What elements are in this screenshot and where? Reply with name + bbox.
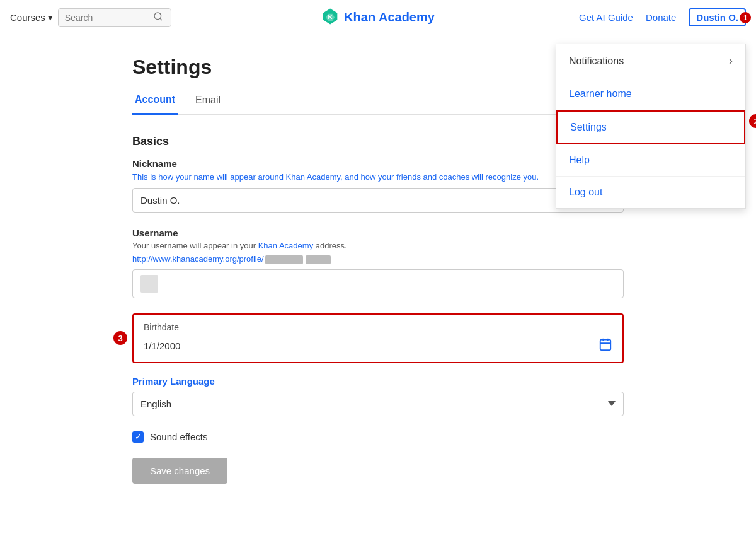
save-changes-button[interactable]: Save changes — [132, 458, 227, 484]
chevron-right-icon: › — [729, 54, 733, 67]
khan-academy-link[interactable]: Khan Academy — [258, 241, 313, 250]
nav-right: Get AI Guide Donate Dustin O. 1 Notifica… — [579, 8, 746, 26]
search-box — [58, 8, 171, 27]
sound-effects-label: Sound effects — [150, 431, 207, 442]
avatar — [140, 275, 158, 293]
username-label: Username — [132, 228, 624, 238]
annotation-badge-3: 3 — [113, 331, 127, 345]
birthdate-field — [144, 337, 612, 354]
user-menu-wrapper: Dustin O. 1 Notifications › Learner home… — [689, 8, 746, 26]
username-url: http://www.khanacademy.org/profile/ — [132, 254, 624, 264]
username-input[interactable] — [163, 278, 616, 289]
svg-line-1 — [160, 18, 162, 20]
page-title: Settings — [132, 55, 624, 79]
primary-language-label: Primary Language — [132, 376, 624, 387]
tab-email[interactable]: Email — [193, 89, 223, 114]
notifications-label: Notifications — [569, 55, 624, 67]
chevron-down-icon: ▾ — [48, 12, 53, 23]
nav-center: K Khan Academy — [321, 8, 435, 28]
nickname-description: This is how your name will appear around… — [132, 172, 624, 183]
section-basics: Basics — [132, 135, 624, 148]
calendar-icon[interactable] — [598, 337, 612, 354]
get-ai-guide-button[interactable]: Get AI Guide — [579, 12, 633, 23]
birthdate-field-group: Birthdate 3 — [132, 313, 624, 363]
help-label: Help — [569, 154, 590, 166]
courses-button[interactable]: Courses ▾ — [10, 12, 53, 23]
nickname-field-group: Nickname This is how your name will appe… — [132, 158, 624, 213]
notification-badge: 1 — [740, 12, 751, 23]
navbar: Courses ▾ K Khan Academy Get AI Guide Do… — [0, 0, 756, 35]
khan-academy-logo-icon: K — [321, 8, 339, 28]
dropdown-notifications[interactable]: Notifications › — [556, 44, 745, 78]
language-select[interactable]: English Spanish French — [132, 392, 624, 416]
dropdown-learner-home[interactable]: Learner home — [556, 78, 745, 110]
svg-text:K: K — [328, 13, 333, 20]
username-field-group: Username Your username will appear in yo… — [132, 228, 624, 298]
url-prefix: http://www.khanacademy.org/profile/ — [132, 254, 264, 264]
dropdown-logout[interactable]: Log out — [556, 177, 745, 208]
tab-account[interactable]: Account — [132, 89, 178, 115]
nickname-label: Nickname — [132, 158, 624, 169]
username-input-wrapper — [132, 269, 624, 298]
birthdate-label: Birthdate — [144, 322, 612, 332]
sound-effects-checkbox[interactable] — [132, 431, 144, 443]
username-blur-2 — [306, 255, 331, 264]
birthdate-input[interactable] — [144, 341, 598, 351]
logo-text: Khan Academy — [344, 10, 435, 25]
settings-tabs: Account Email — [132, 89, 624, 115]
svg-rect-5 — [600, 339, 611, 350]
dropdown-help[interactable]: Help — [556, 144, 745, 177]
nickname-input[interactable] — [132, 188, 624, 213]
birthdate-wrapper: Birthdate — [132, 313, 624, 363]
search-input[interactable] — [65, 13, 153, 23]
username-blur-1 — [265, 255, 303, 264]
courses-label: Courses — [10, 12, 45, 23]
sound-effects-group: Sound effects — [132, 431, 624, 443]
learner-home-label: Learner home — [569, 88, 632, 100]
primary-language-field-group: Primary Language English Spanish French — [132, 376, 624, 416]
dropdown-settings[interactable]: Settings 2 — [556, 110, 745, 144]
settings-label: Settings — [570, 122, 607, 133]
annotation-badge-2: 2 — [749, 114, 756, 128]
username-description: Your username will appear in your Khan A… — [132, 241, 624, 250]
search-icon — [153, 11, 163, 24]
svg-point-0 — [154, 13, 161, 20]
user-name-label: Dustin O. — [696, 12, 738, 23]
logout-label: Log out — [569, 187, 602, 198]
nav-left: Courses ▾ — [10, 8, 171, 27]
user-menu-button[interactable]: Dustin O. 1 — [689, 8, 746, 26]
donate-button[interactable]: Donate — [646, 12, 676, 23]
user-dropdown-menu: Notifications › Learner home Settings 2 … — [556, 44, 746, 209]
